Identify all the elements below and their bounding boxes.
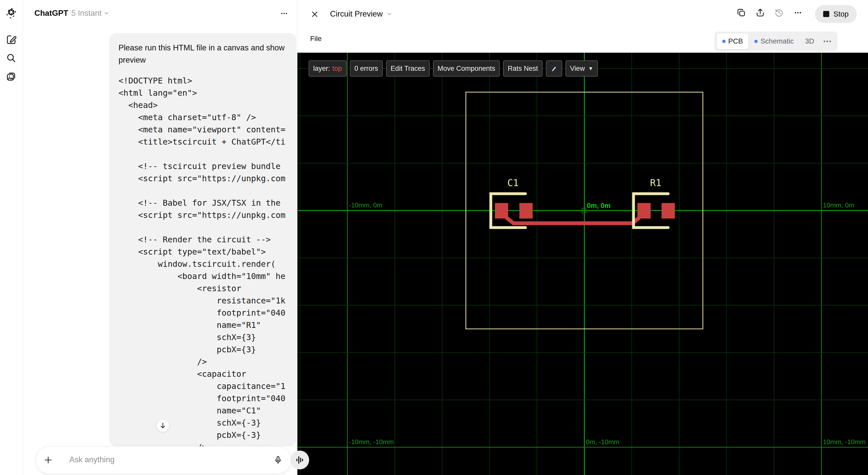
code-line: <meta charset="utf-8" /> xyxy=(119,111,287,124)
code-line xyxy=(119,221,287,233)
smd-pad-c1 xyxy=(495,203,508,219)
share-button[interactable] xyxy=(755,8,765,18)
library-button[interactable] xyxy=(6,71,17,82)
close-canvas-button[interactable] xyxy=(310,9,320,19)
voice-waveform-icon xyxy=(295,455,305,465)
canvas-panel: Circuit Preview xyxy=(298,0,868,475)
chevron-down-icon xyxy=(104,10,109,16)
plus-icon xyxy=(44,456,53,464)
canvas-title-menu[interactable]: Circuit Preview xyxy=(330,0,393,28)
chat-app-title: ChatGPT xyxy=(34,9,68,18)
attach-button[interactable] xyxy=(43,455,53,465)
code-line: /> xyxy=(119,441,287,446)
tab-schematic[interactable]: Schematic xyxy=(749,33,800,49)
code-line: <!DOCTYPE html> xyxy=(119,75,287,87)
sidebar xyxy=(0,0,23,475)
draw-tool-button[interactable] xyxy=(546,60,562,77)
grid-coordinate-label: 0m, -10mm xyxy=(586,438,619,446)
code-line: footprint="040 xyxy=(119,392,287,405)
more-dots-icon xyxy=(280,10,288,17)
smd-pad-r1 xyxy=(661,203,675,219)
code-line: footprint="040 xyxy=(119,307,287,319)
user-message-content: Please run this HTML file in a canvas an… xyxy=(109,33,297,446)
grid-coordinate-label: 10mm, 0m xyxy=(823,201,854,209)
pcb-status-dot xyxy=(722,40,725,43)
history-button[interactable] xyxy=(774,8,784,18)
pcb-canvas[interactable]: C1R10m, 0m-10mm, 0m10mm, 0m-10mm, -10mm0… xyxy=(298,53,868,475)
history-clock-icon xyxy=(774,8,784,17)
code-line xyxy=(119,184,287,197)
user-message-text: Please run this HTML file in a canvas an… xyxy=(119,42,287,66)
copy-button[interactable] xyxy=(736,8,746,18)
view-label: View xyxy=(570,65,585,73)
openai-logo-icon[interactable] xyxy=(6,8,17,19)
code-line: <html lang="en"> xyxy=(119,87,287,99)
component-label-c1: C1 xyxy=(507,177,519,189)
errors-button[interactable]: 0 errors xyxy=(350,60,383,77)
canvas-more-button[interactable] xyxy=(793,8,803,18)
tab-3d[interactable]: 3D xyxy=(800,33,820,49)
canvas-title: Circuit Preview xyxy=(330,9,383,19)
more-dots-icon xyxy=(794,9,802,17)
file-menu[interactable]: File xyxy=(310,35,321,43)
code-line: capacitance="1 xyxy=(119,380,287,392)
tabs-more-button[interactable]: ••• xyxy=(820,37,835,45)
canvas-header: Circuit Preview xyxy=(298,0,868,28)
composer-input[interactable]: Ask anything xyxy=(69,455,115,464)
move-components-button[interactable]: Move Components xyxy=(433,60,500,77)
chat-panel: ChatGPT 5 Instant Please run this HTML f… xyxy=(23,0,298,475)
chat-header: ChatGPT 5 Instant xyxy=(23,0,297,27)
code-line: <!-- Render the circuit --> xyxy=(119,233,287,246)
view-menu-button[interactable]: View ▼ xyxy=(565,60,598,77)
model-selector[interactable]: 5 Instant xyxy=(71,9,102,18)
microphone-icon xyxy=(274,455,283,465)
dictate-button[interactable] xyxy=(273,455,283,465)
smd-pad-r1 xyxy=(638,203,651,219)
layer-value: top xyxy=(332,65,342,73)
close-icon xyxy=(310,10,319,19)
canvas-header-actions xyxy=(736,8,803,18)
user-message-code: <!DOCTYPE html><html lang="en"> <head> <… xyxy=(119,75,287,446)
tab-schematic-label: Schematic xyxy=(761,37,794,45)
edit-traces-button[interactable]: Edit Traces xyxy=(386,60,430,77)
origin-coordinate-label: 0m, 0m xyxy=(587,202,611,209)
code-line: <capacitor xyxy=(119,368,287,380)
code-line: /> xyxy=(119,355,287,368)
tab-pcb[interactable]: PCB xyxy=(716,33,749,49)
rats-nest-button[interactable]: Rats Nest xyxy=(503,60,542,77)
code-line xyxy=(119,148,287,160)
move-components-label: Move Components xyxy=(438,65,495,73)
user-message-bubble: Please run this HTML file in a canvas an… xyxy=(109,33,297,446)
search-button[interactable] xyxy=(6,53,17,64)
errors-label: 0 errors xyxy=(354,65,378,73)
message-composer[interactable]: Ask anything xyxy=(36,446,291,474)
pcb-render: C1R10m, 0m-10mm, 0m10mm, 0m-10mm, -10mm0… xyxy=(298,53,868,475)
voice-mode-button[interactable] xyxy=(290,450,309,469)
stop-button[interactable]: Stop xyxy=(815,5,857,23)
code-line: pcbX={3} xyxy=(119,343,287,355)
new-chat-button[interactable] xyxy=(6,34,17,45)
app-root: ChatGPT 5 Instant Please run this HTML f… xyxy=(0,0,868,475)
code-line: <!-- Babel for JSX/TSX in the xyxy=(119,197,287,209)
scroll-to-bottom-button[interactable] xyxy=(156,419,169,432)
code-line: <script type="text/babel"> xyxy=(119,246,287,258)
openai-logo-glyph xyxy=(6,8,17,19)
grid-coordinate-label: -10mm, 0m xyxy=(349,201,382,209)
code-line: <board width="10mm" he xyxy=(119,270,287,282)
code-line: <!-- tscircuit preview bundle xyxy=(119,160,287,172)
code-line: <meta name="viewport" content= xyxy=(119,124,287,136)
stop-label: Stop xyxy=(833,10,849,18)
layer-selector-button[interactable]: layer: top xyxy=(309,60,347,77)
edit-traces-label: Edit Traces xyxy=(391,65,425,73)
code-line: pcbX={-3} xyxy=(119,429,287,441)
code-line: <resistor xyxy=(119,282,287,295)
code-line: <head> xyxy=(119,99,287,111)
pcb-toolbar: layer: top 0 errors Edit Traces Move Com… xyxy=(309,60,598,77)
grid-coordinate-label: 10mm, -10mm xyxy=(823,438,866,446)
code-line: name="C1" xyxy=(119,405,287,417)
code-line: name="R1" xyxy=(119,319,287,331)
chevron-down-icon xyxy=(386,11,393,17)
code-line: <script src="https://unpkg.com xyxy=(119,209,287,221)
conversation-more-button[interactable] xyxy=(280,9,288,18)
code-line: resistance="1k xyxy=(119,295,287,307)
